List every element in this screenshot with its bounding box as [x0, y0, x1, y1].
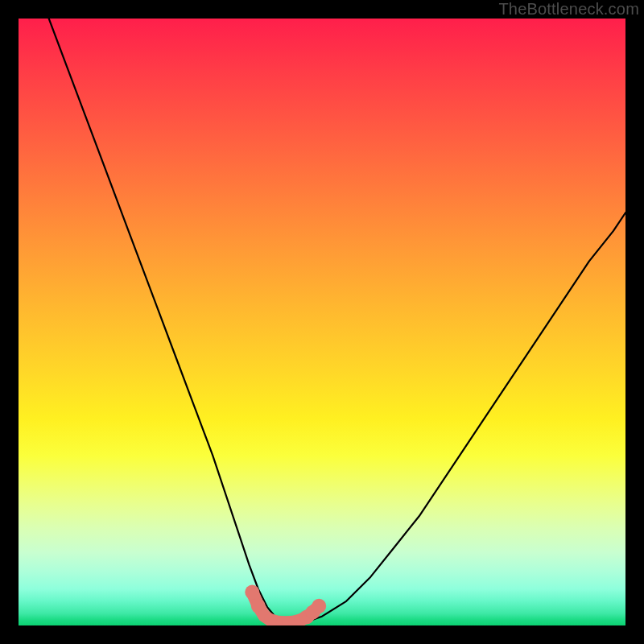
- plot-area: [19, 19, 625, 625]
- bottleneck-highlight-markers: [245, 585, 326, 625]
- bottleneck-curve: [49, 19, 625, 622]
- chart-svg: [19, 19, 625, 625]
- svg-point-11: [312, 599, 326, 613]
- attribution-watermark: TheBottleneck.com: [498, 0, 639, 19]
- svg-point-0: [245, 585, 259, 600]
- chart-frame: TheBottleneck.com: [0, 0, 644, 644]
